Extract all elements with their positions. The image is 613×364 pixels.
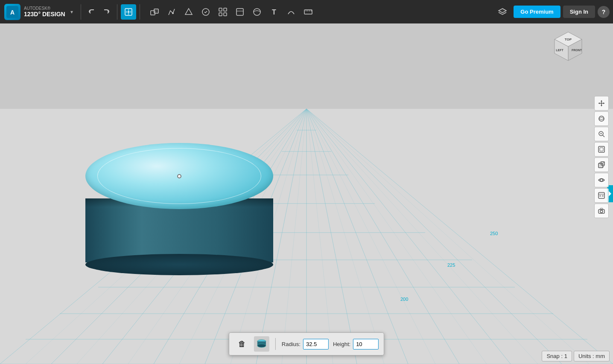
view-cube-btn[interactable] [594, 157, 609, 172]
radius-field: Radius: [282, 339, 329, 349]
camera-tool-btn[interactable] [594, 204, 609, 218]
svg-text:FRONT: FRONT [572, 49, 582, 52]
svg-point-92 [600, 210, 603, 213]
help-button[interactable]: ? [598, 6, 610, 18]
svg-rect-93 [600, 208, 603, 210]
view-tools-panel [594, 96, 609, 218]
svg-text:T: T [272, 9, 276, 16]
svg-point-10 [172, 12, 174, 14]
grid-label-250: 250 [490, 231, 498, 236]
eye-tool-btn[interactable] [594, 173, 609, 187]
topbar: A AUTODESK® 123D° DESIGN ▾ [0, 0, 613, 23]
redo-button[interactable] [99, 6, 114, 17]
modify-tool[interactable] [198, 4, 213, 20]
shape-selector-button[interactable] [254, 336, 269, 352]
zoom-extents-btn[interactable] [594, 142, 609, 157]
svg-rect-15 [219, 13, 222, 16]
svg-rect-80 [600, 148, 603, 151]
layers-tool[interactable] [495, 4, 510, 20]
select-tool[interactable] [121, 4, 136, 20]
pan-tool-btn[interactable] [594, 96, 609, 111]
svg-marker-94 [609, 191, 611, 196]
logo-icon: A [4, 4, 20, 20]
svg-rect-79 [598, 146, 604, 152]
svg-text:LEFT: LEFT [556, 49, 563, 52]
svg-point-3 [128, 11, 129, 13]
cylinder-bottom [85, 254, 273, 275]
measure-tool[interactable] [283, 4, 299, 20]
grid-label-225: 225 [447, 262, 455, 268]
svg-text:TOP: TOP [565, 38, 572, 41]
logo-dropdown[interactable]: ▾ [70, 9, 73, 15]
svg-rect-89 [599, 195, 601, 197]
radius-input[interactable] [303, 339, 329, 349]
zoom-tool-btn[interactable] [594, 127, 609, 141]
radius-label: Radius: [282, 341, 301, 347]
toolbar-sep2 [117, 4, 117, 20]
height-input[interactable] [353, 339, 379, 349]
svg-marker-72 [598, 102, 600, 104]
render-tool-btn[interactable] [594, 188, 609, 203]
logo-text: AUTODESK® 123D° DESIGN [24, 6, 65, 17]
svg-point-74 [599, 116, 604, 121]
pattern-tool[interactable] [215, 4, 231, 20]
svg-rect-13 [219, 8, 222, 11]
tool-groups: T [143, 4, 514, 20]
right-actions: Go Premium Sign In ? [514, 6, 613, 18]
svg-marker-11 [185, 9, 192, 15]
signin-button[interactable]: Sign In [563, 6, 595, 18]
product-name: 123D° DESIGN [24, 11, 65, 17]
logo-area: A AUTODESK® 123D° DESIGN ▾ [0, 4, 77, 20]
shape-properties-panel: 🗑 Radius: Height: [229, 332, 384, 355]
svg-rect-9 [154, 9, 158, 13]
cylinder-center-point [177, 174, 181, 178]
text-tool[interactable]: T [266, 4, 282, 20]
toolbar-sep3 [140, 4, 140, 20]
svg-rect-16 [224, 13, 227, 16]
svg-rect-17 [236, 9, 243, 15]
grid-label-200: 200 [400, 297, 408, 302]
snap-indicator[interactable]: Snap : 1 [542, 351, 572, 361]
svg-marker-70 [601, 100, 602, 102]
svg-rect-20 [304, 10, 312, 14]
cylinder-object [85, 143, 273, 275]
trash-button[interactable]: 🗑 [234, 336, 250, 352]
units-indicator[interactable]: Units : mm [574, 351, 610, 361]
nav-cube[interactable]: TOP LEFT FRONT [551, 30, 585, 64]
brand-name: AUTODESK® [24, 6, 65, 11]
undo-button[interactable] [85, 6, 99, 17]
svg-rect-14 [224, 8, 227, 11]
group-tool[interactable] [232, 4, 248, 20]
svg-rect-90 [602, 195, 604, 197]
premium-button[interactable]: Go Premium [514, 6, 560, 18]
cylinder-top [85, 143, 273, 209]
toolbar-sep1 [81, 4, 81, 20]
sketch-tool[interactable] [164, 4, 179, 20]
material-tool[interactable] [249, 4, 265, 20]
orbit-tool-btn[interactable] [594, 111, 609, 126]
height-field: Height: [333, 339, 379, 349]
height-label: Height: [333, 341, 350, 347]
svg-line-76 [603, 135, 604, 137]
svg-point-97 [257, 344, 266, 347]
svg-text:A: A [10, 9, 15, 16]
ruler-tool[interactable] [301, 4, 316, 20]
svg-marker-71 [601, 105, 602, 106]
construct-tool[interactable] [181, 4, 196, 20]
svg-marker-73 [603, 102, 604, 104]
primitives-tool[interactable] [147, 4, 162, 20]
svg-point-86 [600, 179, 603, 181]
shape-panel-separator [275, 338, 276, 350]
canvas-area[interactable]: 250 225 200 175 TOP LEFT FRONT [0, 23, 613, 364]
